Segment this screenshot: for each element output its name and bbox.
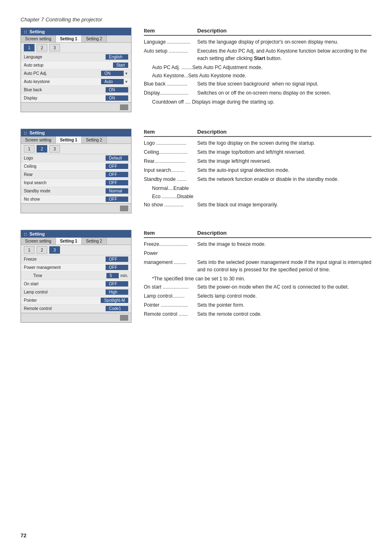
ui-tab-screen-setting-3[interactable]: Screen setting — [21, 238, 56, 245]
ui-row-freeze: Freeze OFF — [21, 255, 131, 264]
ui-row-time: Time 5 min. — [21, 272, 131, 280]
desc-sub-time-range: *The specified time can be set 1 to 30 m… — [144, 275, 371, 282]
ui-row-lamp-control: Lamp control High — [21, 288, 131, 296]
ui-row-auto-pc: Auto PC Adj. ON ▼ — [21, 69, 131, 78]
ui-tab-setting1-1[interactable]: Setting 1 — [56, 35, 82, 42]
desc-row-standby-mode: Standby mode ....... Sets the network fu… — [144, 176, 371, 183]
ui-tab-numbers-1: 1 2 3 — [21, 43, 131, 53]
ui-tab-setting1-2[interactable]: Setting 1 — [56, 136, 82, 143]
desc-row-display: Display..................... Switches on… — [144, 89, 371, 97]
desc-header-2: Item Description — [144, 129, 371, 137]
desc-sub-countdown: Countdown off .... Displays image during… — [144, 98, 371, 106]
ui-title-1: Setting — [30, 29, 45, 34]
ui-title-bar-1: :: Setting — [21, 28, 131, 35]
desc-text-on-start: Sets the power-on mode when the AC cord … — [197, 283, 371, 291]
ui-label-power-management: Power management — [24, 265, 106, 270]
ui-label-blue-back: Blue back — [24, 88, 106, 92]
ui-num-2-3[interactable]: 2 — [37, 246, 47, 254]
ui-tab-setting1-3[interactable]: Setting 1 — [56, 238, 82, 245]
ui-label-time: Time — [33, 273, 106, 278]
ui-value-no-show: OFF — [106, 197, 128, 202]
ui-num-2-2[interactable]: 2 — [37, 145, 47, 153]
ui-value-blue-back: ON — [106, 87, 128, 92]
desc-row-freeze: Freeze..................... Sets the ima… — [144, 240, 371, 248]
ui-tab-numbers-3: 1 2 3 — [21, 245, 131, 255]
desc-table-2: Item Description Logo ..................… — [144, 129, 371, 210]
ui-arrow-auto-pc: ▼ — [125, 72, 128, 76]
desc-text-power-label — [197, 250, 371, 257]
ui-tab-screen-setting-2[interactable]: Screen setting — [21, 136, 56, 143]
desc-row-lamp-control: Lamp control......... Selects lamp contr… — [144, 292, 371, 300]
desc-col-desc-3: Description — [197, 230, 371, 236]
desc-text-auto-setup: Executes the Auto PC Adj, and Auto Keyst… — [197, 47, 371, 62]
ui-select-auto-pc[interactable]: ON ▼ — [101, 71, 128, 76]
ui-row-auto-setup: Auto setup Start — [21, 61, 131, 69]
ui-row-standby-mode: Standby mode Normal — [21, 187, 131, 195]
ui-num-1-2[interactable]: 1 — [24, 145, 35, 153]
ui-title-3: Setting — [30, 231, 45, 236]
desc-item-rear: Rear....................... — [144, 157, 197, 165]
ui-tab-setting2-1[interactable]: Setting 2 — [82, 35, 106, 42]
ui-label-language: Language — [24, 55, 106, 59]
ui-dots-3: :: — [24, 232, 28, 236]
desc-item-on-start: On start ................... — [144, 283, 197, 291]
desc-row-pointer: Pointer .................... Sets the po… — [144, 301, 371, 309]
desc-row-remote-control: Remote control ....... Sets the remote c… — [144, 310, 371, 318]
ui-row-on-start: On start OFF — [21, 280, 131, 288]
section-3: :: Setting Screen setting Setting 1 Sett… — [21, 230, 371, 323]
desc-col-item-3: Item — [144, 230, 197, 236]
desc-item-ceiling: Ceiling..................... — [144, 148, 197, 156]
ui-label-standby-mode: Standby mode — [24, 189, 106, 193]
ui-label-auto-pc: Auto PC Adj. — [24, 71, 101, 76]
desc-item-input-search: Input search.......... — [144, 166, 197, 174]
ui-title-2: Setting — [30, 130, 45, 135]
ui-value-ceiling: OFF — [106, 164, 128, 169]
ui-tab-screen-setting-1[interactable]: Screen setting — [21, 35, 56, 42]
ui-num-1-3[interactable]: 1 — [24, 246, 35, 254]
desc-row-blue-back: Blue back ............... Sets the blue … — [144, 80, 371, 88]
ui-tab-setting2-3[interactable]: Setting 2 — [82, 238, 106, 245]
ui-value-display: ON — [106, 95, 128, 101]
ui-arrow-auto-keystone: ▼ — [125, 80, 128, 84]
ui-num-3-1[interactable]: 3 — [49, 44, 60, 51]
ui-row-language: Language English — [21, 53, 131, 61]
ui-row-remote-control: Remote control Code1 — [21, 305, 131, 313]
ui-row-input-search: Input search OFF — [21, 179, 131, 187]
ui-num-3-2[interactable]: 3 — [49, 145, 60, 153]
desc-item-standby-mode: Standby mode ....... — [144, 176, 197, 183]
desc-text-display: Switches on or off the on-screen menu di… — [197, 89, 371, 97]
ui-num-1-1[interactable]: 1 — [24, 44, 35, 51]
ui-dots-1: :: — [24, 30, 28, 34]
desc-row-power-management: management ......... Sets into the selec… — [144, 259, 371, 273]
desc-row-logo: Logo ...................... Sets the log… — [144, 139, 371, 147]
ui-label-lamp-control: Lamp control — [24, 290, 106, 294]
ui-value-power-management: OFF — [106, 265, 128, 270]
ui-row-ceiling: Ceiling OFF — [21, 162, 131, 171]
ui-value-remote-control: Code1 — [106, 306, 128, 311]
desc-text-logo: Sets the logo display on the screen duri… — [197, 139, 371, 147]
ui-label-display: Display — [24, 96, 106, 100]
ui-tab-setting2-2[interactable]: Setting 2 — [82, 136, 106, 143]
page-number: 72 — [21, 532, 26, 539]
ui-icon-projector-3 — [120, 315, 128, 321]
desc-header-1: Item Description — [144, 28, 371, 36]
desc-row-no-show: No show .............. Sets the black ou… — [144, 201, 371, 208]
ui-label-pointer: Pointer — [24, 298, 101, 303]
chapter-title: Chapter 7 Controlling the projector — [21, 16, 371, 23]
ui-num-3-3[interactable]: 3 — [49, 246, 60, 254]
ui-label-remote-control: Remote control — [24, 306, 106, 311]
ui-select-auto-keystone[interactable]: Auto ▼ — [101, 79, 128, 84]
ui-tabs-2: Screen setting Setting 1 Setting 2 — [21, 136, 131, 144]
ui-value-standby-mode: Normal — [106, 188, 128, 194]
ui-label-no-show: No show — [24, 197, 106, 201]
desc-sub-auto-keystone: Auto Keystone...Sets Auto Keystone mode. — [144, 72, 371, 79]
ui-label-on-start: On start — [24, 282, 106, 286]
ui-value-rear: OFF — [106, 172, 128, 177]
desc-item-logo: Logo ...................... — [144, 139, 197, 147]
ui-value-input-search: OFF — [106, 180, 128, 185]
desc-text-pointer: Sets the pointer form. — [197, 301, 371, 309]
ui-num-2-1[interactable]: 2 — [37, 44, 47, 51]
ui-btn-start[interactable]: Start — [113, 62, 128, 68]
ui-value-auto-keystone: Auto — [101, 79, 124, 84]
desc-item-remote-control: Remote control ....... — [144, 310, 197, 318]
